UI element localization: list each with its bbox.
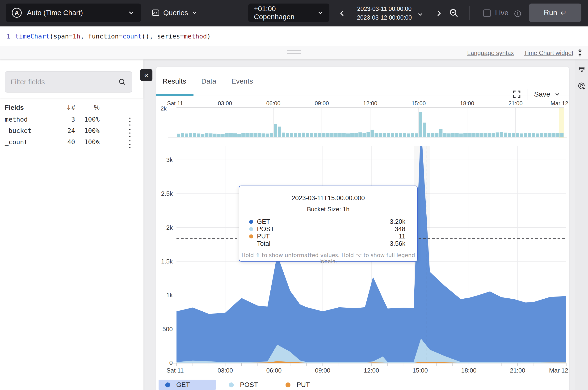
live-checkbox[interactable] <box>483 9 491 17</box>
actions-divider <box>528 89 528 100</box>
save-button[interactable]: Save <box>534 90 561 98</box>
tooltip-series-label: Total <box>257 240 270 247</box>
timezone-button[interactable]: +01:00 Copenhagen <box>248 3 329 22</box>
time-prev-button[interactable] <box>338 9 346 17</box>
tooltip-series-value: 11 <box>399 233 405 240</box>
collapse-editor-icon[interactable] <box>575 48 585 58</box>
filter-fields-placeholder: Filter fields <box>11 78 118 86</box>
filter-fields-input[interactable]: Filter fields <box>5 71 132 93</box>
view-selector-button[interactable]: A Auto (Time Chart) <box>6 3 141 22</box>
legend-item-post[interactable]: POST <box>222 380 262 390</box>
svg-text:09:00: 09:00 <box>315 100 329 106</box>
svg-text:03:00: 03:00 <box>217 367 233 374</box>
field-percent: 100% <box>84 138 100 146</box>
svg-text:21:00: 21:00 <box>508 100 523 106</box>
info-icon[interactable] <box>514 10 521 17</box>
fields-header-count[interactable]: ↓# <box>66 104 75 111</box>
tab-data[interactable]: Data <box>201 77 216 85</box>
right-tool-rail <box>575 59 588 390</box>
auto-view-icon: A <box>12 8 22 18</box>
tab-results[interactable]: Results <box>163 77 186 85</box>
legend-color-dot <box>286 383 291 388</box>
fields-filter-section: Filter fields <box>0 59 143 98</box>
field-count: 24 <box>67 127 75 134</box>
legend-item-put[interactable]: PUT <box>279 380 314 390</box>
queries-label: Queries <box>163 9 188 17</box>
queries-button[interactable]: Queries <box>152 3 198 22</box>
tooltip-hint: Hold ⇧ to show unformatted values. Hold … <box>239 252 417 264</box>
field-menu-icon[interactable] <box>128 118 131 126</box>
svg-text:18:00: 18:00 <box>460 100 474 106</box>
chart-tooltip: 2023-03-11T15:00:00.000 Bucket Size: 1h … <box>239 186 418 262</box>
search-icon <box>118 78 126 86</box>
zoom-out-icon[interactable] <box>449 8 459 18</box>
results-tabs: ResultsDataEvents <box>156 67 569 96</box>
field-count: 3 <box>71 116 75 123</box>
tooltip-series-value: 3.56k <box>390 240 405 247</box>
run-button[interactable]: Run ↵ <box>529 3 581 22</box>
code-token: timeChart <box>15 33 49 40</box>
svg-text:3k: 3k <box>166 156 173 163</box>
inspect-target-icon[interactable] <box>577 82 586 90</box>
legend-label: PUT <box>296 381 310 389</box>
field-count: 40 <box>67 138 75 146</box>
collapse-fields-panel-button[interactable]: « <box>140 69 152 81</box>
field-name: _bucket <box>5 127 32 134</box>
results-card: ResultsDataEvents Save Sat 1103:0006:000… <box>156 67 569 390</box>
sort-descending-icon: ↓ <box>66 104 72 111</box>
tooltip-series-label: GET <box>257 218 270 225</box>
field-menu-icon[interactable] <box>128 140 131 148</box>
queries-icon <box>152 8 160 17</box>
chevron-down-icon <box>191 10 198 16</box>
tooltip-row-post: POST348 <box>249 225 405 233</box>
event-distribution-histogram[interactable]: Sat 1103:0006:0009:0012:0015:0018:0021:0… <box>156 100 569 142</box>
tooltip-series-label: PUT <box>257 233 270 240</box>
field-row-_count[interactable]: _count40100% <box>0 138 143 150</box>
legend-color-dot <box>229 383 234 388</box>
time-range-chevron-icon[interactable] <box>417 11 424 18</box>
top-toolbar: A Auto (Time Chart) Queries +01:00 Copen… <box>0 0 588 26</box>
fields-table: Fields ↓# % method3100%_bucket24100%_cou… <box>0 98 143 150</box>
field-row-method[interactable]: method3100% <box>0 116 143 127</box>
editor-resize-strip: Language syntax Time Chart widget <box>0 46 588 59</box>
svg-text:Sat 11: Sat 11 <box>166 367 184 374</box>
query-editor[interactable]: 1 timeChart(span=1h, function=count(), s… <box>0 26 588 46</box>
tooltip-row-total: Total3.56k <box>249 240 405 247</box>
tooltip-series-value: 3.20k <box>390 218 405 225</box>
svg-text:15:00: 15:00 <box>413 367 428 374</box>
chart-actions: Save <box>512 88 561 100</box>
time-range-start: 2023-03-11 00:00:00 <box>353 4 416 13</box>
fullscreen-icon[interactable] <box>512 90 521 99</box>
legend-color-dot <box>165 383 170 388</box>
fields-header-percent[interactable]: % <box>94 104 100 111</box>
field-menu-icon[interactable] <box>128 129 131 137</box>
style-brush-icon[interactable] <box>577 66 586 75</box>
field-name: method <box>5 116 28 123</box>
resize-drag-handle[interactable] <box>286 50 302 56</box>
time-chart-widget-link[interactable]: Time Chart widget <box>524 49 573 57</box>
svg-text:15:00: 15:00 <box>412 100 426 106</box>
field-percent: 100% <box>84 116 100 123</box>
time-range-display[interactable]: 2023-03-11 00:00:00 2023-03-12 00:00:00 <box>353 4 416 22</box>
time-next-button[interactable] <box>435 9 443 17</box>
code-token: method <box>184 33 207 40</box>
svg-text:12:00: 12:00 <box>364 367 379 374</box>
chevron-down-icon <box>554 91 561 98</box>
query-code[interactable]: timeChart(span=1h, function=count(), ser… <box>15 33 211 40</box>
app-root: A Auto (Time Chart) Queries +01:00 Copen… <box>0 0 588 390</box>
tab-events[interactable]: Events <box>231 77 253 85</box>
active-tab-underline <box>156 94 194 96</box>
svg-text:06:00: 06:00 <box>266 100 280 106</box>
tooltip-series-value: 348 <box>395 225 405 233</box>
language-syntax-link[interactable]: Language syntax <box>467 49 514 57</box>
chart-legend: GETPOSTPUT <box>156 380 569 390</box>
svg-text:12:00: 12:00 <box>363 100 377 106</box>
view-selector-label: Auto (Time Chart) <box>27 9 127 17</box>
svg-text:Mar 12: Mar 12 <box>550 100 568 106</box>
tooltip-row-put: PUT11 <box>249 233 405 240</box>
tooltip-series-label: POST <box>257 225 274 233</box>
legend-item-get[interactable]: GET <box>159 380 216 390</box>
field-row-_bucket[interactable]: _bucket24100% <box>0 127 143 138</box>
tooltip-bucket-size: Bucket Size: 1h <box>239 206 417 213</box>
svg-text:18:00: 18:00 <box>461 367 476 374</box>
